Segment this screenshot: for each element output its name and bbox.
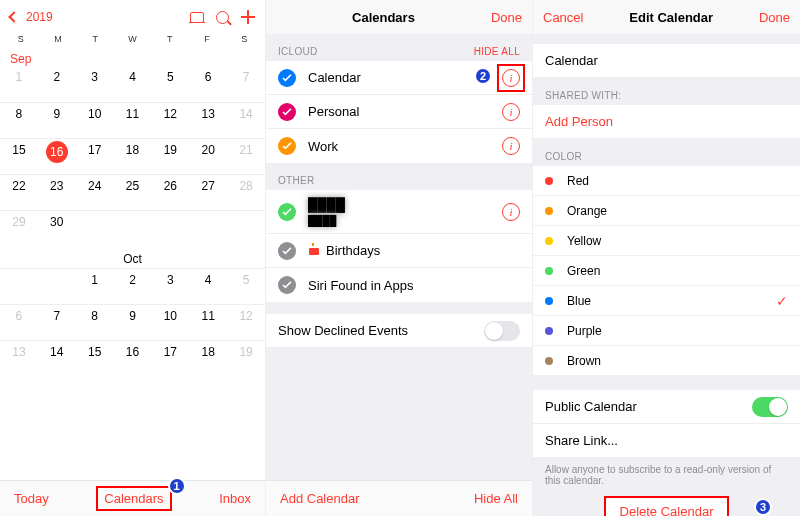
day-cell[interactable]: 1 bbox=[0, 66, 38, 102]
day-cell[interactable]: 19 bbox=[151, 138, 189, 174]
day-cell[interactable]: 25 bbox=[114, 174, 152, 210]
info-icon[interactable]: i bbox=[502, 137, 520, 155]
day-cell[interactable]: 6 bbox=[0, 304, 38, 340]
color-option[interactable]: Yellow bbox=[533, 226, 800, 256]
day-cell[interactable]: 7 bbox=[227, 66, 265, 102]
day-cell[interactable]: 24 bbox=[76, 174, 114, 210]
add-calendar-button[interactable]: Add Calendar bbox=[280, 491, 360, 506]
day-cell[interactable]: 14 bbox=[38, 340, 76, 376]
birthday-icon bbox=[308, 243, 320, 255]
day-cell[interactable]: 26 bbox=[151, 174, 189, 210]
day-cell[interactable]: 12 bbox=[227, 304, 265, 340]
info-icon[interactable]: i bbox=[502, 103, 520, 121]
hide-all-small[interactable]: HIDE ALL bbox=[474, 46, 520, 57]
icloud-section-header: ICLOUD HIDE ALL bbox=[266, 34, 532, 61]
show-declined-row[interactable]: Show Declined Events bbox=[266, 314, 532, 348]
delete-calendar-button[interactable]: Delete Calendar bbox=[604, 496, 730, 516]
calendar-row[interactable]: Siri Found in Apps bbox=[266, 268, 532, 302]
day-cell[interactable]: 15 bbox=[76, 340, 114, 376]
public-calendar-row[interactable]: Public Calendar bbox=[533, 390, 800, 424]
day-cell[interactable]: 30 bbox=[38, 210, 76, 246]
add-person-row[interactable]: Add Person bbox=[533, 105, 800, 139]
day-cell[interactable]: 7 bbox=[38, 304, 76, 340]
day-cell[interactable]: 9 bbox=[38, 102, 76, 138]
day-cell[interactable]: 5 bbox=[151, 66, 189, 102]
day-cell[interactable] bbox=[114, 210, 152, 246]
day-cell[interactable]: 15 bbox=[0, 138, 38, 174]
day-cell[interactable]: 8 bbox=[0, 102, 38, 138]
day-cell[interactable]: 20 bbox=[189, 138, 227, 174]
day-cell[interactable] bbox=[151, 210, 189, 246]
day-cell[interactable]: 11 bbox=[114, 102, 152, 138]
day-cell[interactable] bbox=[76, 210, 114, 246]
calendar-row[interactable]: Birthdays bbox=[266, 234, 532, 268]
list-view-icon[interactable] bbox=[190, 12, 204, 23]
color-option[interactable]: Green bbox=[533, 256, 800, 286]
day-cell[interactable]: 10 bbox=[76, 102, 114, 138]
calendar-label: Birthdays bbox=[308, 243, 520, 258]
calendar-row[interactable]: Personali bbox=[266, 95, 532, 129]
share-link-row[interactable]: Share Link... bbox=[533, 424, 800, 458]
day-cell[interactable]: 4 bbox=[114, 66, 152, 102]
calendars-button[interactable]: Calendars bbox=[96, 486, 171, 511]
day-cell[interactable]: 4 bbox=[189, 268, 227, 304]
day-cell[interactable]: 23 bbox=[38, 174, 76, 210]
color-option[interactable]: Purple bbox=[533, 316, 800, 346]
day-cell[interactable]: 21 bbox=[227, 138, 265, 174]
hide-all-button[interactable]: Hide All bbox=[474, 491, 518, 506]
calendar-name-field[interactable]: Calendar bbox=[533, 44, 800, 78]
day-cell[interactable]: 16 bbox=[114, 340, 152, 376]
day-cell[interactable]: 3 bbox=[76, 66, 114, 102]
day-cell[interactable]: 19 bbox=[227, 340, 265, 376]
day-cell[interactable]: 27 bbox=[189, 174, 227, 210]
day-cell[interactable] bbox=[189, 210, 227, 246]
day-cell[interactable]: 13 bbox=[0, 340, 38, 376]
calendar-row[interactable]: ████████i bbox=[266, 190, 532, 234]
today-button[interactable]: Today bbox=[14, 491, 49, 506]
day-cell[interactable]: 5 bbox=[227, 268, 265, 304]
day-cell[interactable] bbox=[227, 210, 265, 246]
color-option[interactable]: Orange bbox=[533, 196, 800, 226]
share-link-label: Share Link... bbox=[545, 433, 788, 448]
color-option[interactable]: Brown bbox=[533, 346, 800, 376]
day-cell[interactable]: 9 bbox=[114, 304, 152, 340]
done-button[interactable]: Done bbox=[491, 10, 522, 25]
day-cell[interactable]: 2 bbox=[114, 268, 152, 304]
day-cell[interactable]: 16 bbox=[38, 138, 76, 174]
info-icon[interactable]: i bbox=[502, 203, 520, 221]
day-cell[interactable]: 8 bbox=[76, 304, 114, 340]
october-grid[interactable]: 12345678910111213141516171819 bbox=[0, 268, 265, 376]
done-button-edit[interactable]: Done bbox=[759, 10, 790, 25]
inbox-button[interactable]: Inbox bbox=[219, 491, 251, 506]
day-cell[interactable]: 18 bbox=[189, 340, 227, 376]
day-cell[interactable]: 10 bbox=[151, 304, 189, 340]
public-calendar-switch[interactable] bbox=[752, 397, 788, 417]
september-grid[interactable]: 1234567891011121314151617181920212223242… bbox=[0, 66, 265, 246]
day-cell[interactable]: 1 bbox=[76, 268, 114, 304]
day-cell[interactable]: 6 bbox=[189, 66, 227, 102]
search-icon[interactable] bbox=[216, 11, 229, 24]
cancel-button[interactable]: Cancel bbox=[543, 10, 583, 25]
day-cell[interactable]: 22 bbox=[0, 174, 38, 210]
color-option[interactable]: Red bbox=[533, 166, 800, 196]
day-cell[interactable]: 17 bbox=[151, 340, 189, 376]
day-cell[interactable]: 13 bbox=[189, 102, 227, 138]
day-cell[interactable]: 29 bbox=[0, 210, 38, 246]
calendar-row[interactable]: Worki bbox=[266, 129, 532, 163]
day-cell[interactable]: 28 bbox=[227, 174, 265, 210]
day-cell[interactable] bbox=[38, 268, 76, 304]
day-cell[interactable]: 12 bbox=[151, 102, 189, 138]
add-event-icon[interactable] bbox=[241, 10, 255, 24]
calendar-row[interactable]: Calendar2i bbox=[266, 61, 532, 95]
back-button[interactable]: 2019 bbox=[10, 10, 53, 24]
show-declined-switch[interactable] bbox=[484, 321, 520, 341]
color-option[interactable]: Blue✓ bbox=[533, 286, 800, 316]
day-cell[interactable]: 11 bbox=[189, 304, 227, 340]
day-cell[interactable]: 2 bbox=[38, 66, 76, 102]
day-cell[interactable]: 18 bbox=[114, 138, 152, 174]
day-cell[interactable]: 17 bbox=[76, 138, 114, 174]
day-cell[interactable]: 3 bbox=[151, 268, 189, 304]
day-cell[interactable]: 14 bbox=[227, 102, 265, 138]
day-cell[interactable] bbox=[0, 268, 38, 304]
color-name: Brown bbox=[567, 354, 601, 368]
